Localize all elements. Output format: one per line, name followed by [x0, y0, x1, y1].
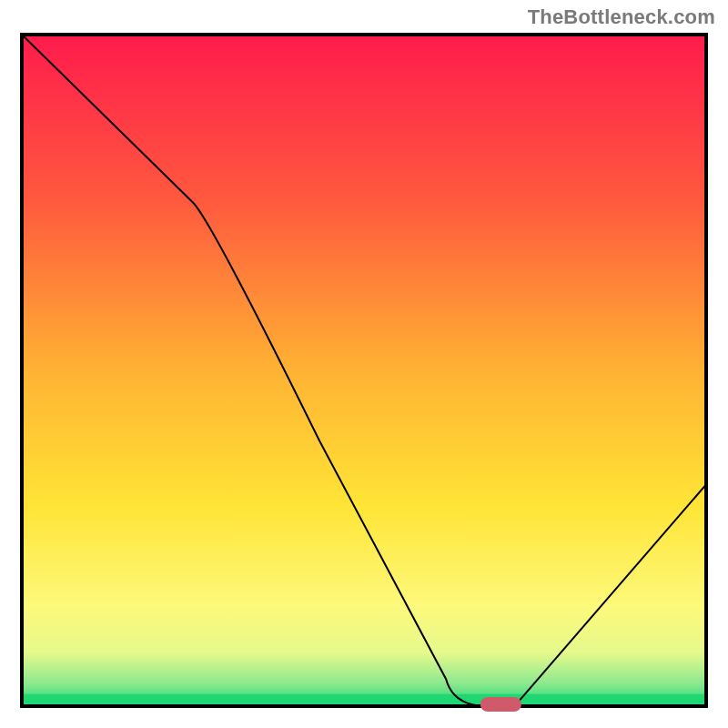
watermark-text: TheBottleneck.com: [528, 5, 715, 29]
chart-svg: [0, 0, 728, 728]
optimal-marker: [480, 697, 521, 712]
bottleneck-chart: TheBottleneck.com: [0, 0, 728, 728]
